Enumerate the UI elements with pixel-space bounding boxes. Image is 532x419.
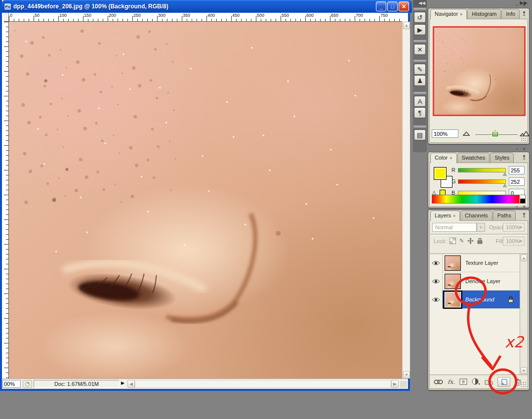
color-body: RG⚠B	[429, 163, 528, 207]
link-icon[interactable]	[434, 379, 443, 384]
layer-style-fx-icon[interactable]: fx.	[448, 378, 455, 385]
navigator-panel: − × Navigator×HistogramInfo ▼≡	[428, 8, 530, 144]
eye-icon	[432, 297, 440, 302]
lock-transparency-icon[interactable]	[450, 238, 456, 244]
layers-body: Normal ▼ Opacity: 100%▶ Lock: ✎ Fill: 10…	[429, 220, 528, 389]
tab-layers[interactable]: Layers×	[430, 210, 460, 221]
maximize-button[interactable]: □	[387, 1, 398, 11]
close-icon[interactable]: ×	[450, 156, 452, 161]
chevron-down-icon[interactable]: ▼	[477, 223, 485, 232]
brushes-panel-icon[interactable]: ✎	[414, 64, 426, 75]
blend-mode-select[interactable]: Normal	[432, 223, 477, 232]
clone-source-panel-icon[interactable]: ♟	[414, 75, 426, 86]
channel-value-g[interactable]	[509, 177, 525, 186]
layer-thumbnail[interactable]	[445, 255, 461, 271]
panel-minimize-close-icons[interactable]: − ×	[516, 146, 527, 152]
panel-menu-icon[interactable]: ▼≡	[521, 11, 528, 17]
black-swatch[interactable]	[520, 199, 525, 203]
zoom-level-field[interactable]	[2, 380, 21, 388]
ruler-number: 150	[84, 13, 91, 18]
scroll-down-icon[interactable]: ▼	[521, 367, 527, 374]
panel-menu-icon[interactable]: ▼≡	[521, 213, 528, 219]
slider-thumb-icon[interactable]	[503, 184, 507, 187]
visibility-toggle[interactable]	[430, 291, 443, 309]
panel-minimize-close-icons[interactable]: − ×	[516, 204, 527, 210]
panel-resize-grip[interactable]	[521, 381, 527, 387]
new-layer-icon[interactable]	[497, 377, 510, 387]
visibility-toggle[interactable]	[430, 254, 443, 272]
navigator-preview[interactable]	[433, 26, 526, 116]
scroll-up-icon[interactable]: ▲	[403, 22, 410, 29]
layers-list: Texture LayerDenoise LayerBackground	[430, 253, 520, 375]
layer-mask-icon[interactable]	[459, 378, 467, 385]
photoshop-document-icon: Ps	[4, 3, 11, 10]
visibility-toggle[interactable]	[430, 272, 443, 291]
layer-group-icon[interactable]	[485, 379, 493, 385]
minimize-button[interactable]: _	[376, 1, 386, 11]
history-panel-icon[interactable]: ↺	[414, 12, 426, 23]
vertical-ruler	[4, 22, 9, 378]
foreground-color-swatch[interactable]	[434, 167, 447, 180]
panel-resize-grip[interactable]	[521, 135, 527, 141]
resize-grip[interactable]	[400, 381, 407, 388]
navigator-zoom-field[interactable]	[432, 129, 458, 138]
scroll-left-icon[interactable]: ◀	[127, 380, 135, 388]
layers-scrollbar[interactable]: ▲ ▼	[520, 253, 528, 375]
opacity-value[interactable]: 100%▶	[503, 223, 525, 232]
document-size-readout: Doc: 1.67M/5.01M	[34, 380, 120, 388]
lock-position-icon[interactable]	[467, 238, 474, 244]
document-window: Ps dpp_4449before_206.jpg @ 100% (Backgr…	[0, 0, 410, 391]
color-spectrum-ramp[interactable]	[432, 195, 526, 204]
tab-navigator[interactable]: Navigator×	[430, 9, 467, 19]
tab-paths[interactable]: Paths	[493, 210, 516, 220]
document-title: dpp_4449before_206.jpg @ 100% (Backgroun…	[13, 3, 168, 10]
tab-info[interactable]: Info	[501, 9, 519, 19]
scroll-down-icon[interactable]: ▼	[403, 371, 410, 378]
ruler-number: 550	[282, 13, 289, 18]
tab-channels[interactable]: Channels	[460, 210, 492, 220]
tab-swatches[interactable]: Swatches	[457, 153, 490, 163]
image-canvas[interactable]	[9, 22, 402, 378]
zoom-out-icon[interactable]	[462, 131, 470, 136]
vertical-scrollbar[interactable]: ▲ ▼	[402, 22, 410, 378]
tab-histogram[interactable]: Histogram	[467, 9, 501, 19]
expand-dock-icon[interactable]: ▶▶	[428, 0, 530, 7]
layer-comps-panel-icon[interactable]: ▤	[414, 129, 426, 140]
close-button[interactable]: ✕	[399, 1, 409, 11]
lock-paint-icon[interactable]: ✎	[459, 238, 464, 244]
panel-minimize-close-icons[interactable]: − ×	[516, 2, 527, 8]
window-titlebar[interactable]: Ps dpp_4449before_206.jpg @ 100% (Backgr…	[2, 0, 412, 13]
collapsed-panel-dock: ◀◀ ↺▶✕✎♟A¶▤	[413, 0, 427, 152]
layer-row-denoise-layer[interactable]: Denoise Layer	[430, 272, 520, 291]
layer-thumbnail[interactable]	[445, 292, 461, 307]
tab-color[interactable]: Color×	[430, 153, 457, 163]
scroll-up-icon[interactable]: ▲	[521, 254, 527, 261]
layer-row-texture-layer[interactable]: Texture Layer	[430, 254, 520, 272]
lock-all-icon[interactable]	[477, 238, 483, 244]
channel-value-r[interactable]	[509, 166, 525, 174]
tab-styles[interactable]: Styles	[490, 153, 514, 163]
ruler-number: 50	[35, 13, 40, 18]
collapse-dock-icon[interactable]: ◀◀	[413, 0, 427, 7]
scroll-right-icon[interactable]: ▶	[391, 380, 399, 388]
layer-thumbnail[interactable]	[445, 274, 461, 289]
channel-slider-g[interactable]	[458, 179, 506, 184]
navigator-slider-thumb[interactable]	[492, 130, 498, 136]
status-options-button[interactable]	[23, 380, 32, 388]
panel-menu-icon[interactable]: ▼≡	[521, 155, 528, 161]
tool-presets-panel-icon[interactable]: ✕	[414, 44, 426, 55]
status-menu-arrow-icon[interactable]: ▶	[121, 380, 126, 387]
adjustment-layer-icon[interactable]	[472, 378, 480, 385]
ruler-number: 100	[59, 13, 67, 18]
fill-value[interactable]: 100%▶	[503, 237, 525, 246]
actions-panel-icon[interactable]: ▶	[414, 24, 426, 35]
channel-slider-r[interactable]	[458, 168, 506, 172]
color-tabrow: Color×SwatchesStyles	[428, 152, 529, 163]
horizontal-scrollbar[interactable]	[135, 380, 391, 388]
slider-thumb-icon[interactable]	[503, 172, 507, 176]
close-icon[interactable]: ×	[460, 12, 462, 17]
character-panel-icon[interactable]: A	[414, 96, 426, 107]
close-icon[interactable]: ×	[453, 213, 455, 218]
layer-row-background[interactable]: Background	[430, 291, 520, 309]
paragraph-panel-icon[interactable]: ¶	[414, 107, 426, 118]
